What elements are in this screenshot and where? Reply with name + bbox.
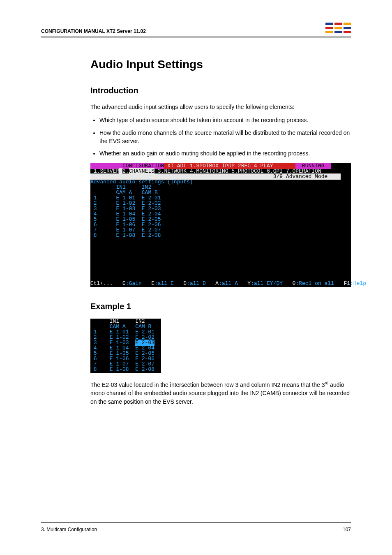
footer-page-number: 107 xyxy=(343,527,351,532)
intro-bullet: Whether an audio gain or audio muting sh… xyxy=(99,149,351,157)
intro-bullet: How the audio mono channels of the sourc… xyxy=(99,129,351,146)
page-title: Audio Input Settings xyxy=(90,58,351,71)
footer-section: 3. Multicam Configuration xyxy=(41,527,97,532)
section-example-heading: Example 1 xyxy=(90,302,351,311)
intro-lead: The advanced audio input settings allow … xyxy=(90,103,351,111)
header-title: CONFIGURATION MANUAL XT2 Server 11.02 xyxy=(41,28,146,34)
terminal-screenshot-example: IN1 IN2 CAM A CAM B 1 E 1-01 E 2-01 2 E … xyxy=(90,319,161,373)
example-paragraph: The E2-03 value located in the intersect… xyxy=(90,380,351,406)
intro-list: Which type of audio source should be tak… xyxy=(90,116,351,157)
intro-bullet: Which type of audio source should be tak… xyxy=(99,116,351,124)
section-intro-heading: Introduction xyxy=(90,86,351,95)
page-footer: 3. Multicam Configuration 107 xyxy=(41,522,351,532)
page-header: CONFIGURATION MANUAL XT2 Server 11.02 xyxy=(41,23,351,37)
terminal-screenshot-main: CONFIGURATION XT ADL 1.SPOTBOX IPDP 2REC… xyxy=(90,163,351,287)
evs-logo xyxy=(325,23,351,34)
